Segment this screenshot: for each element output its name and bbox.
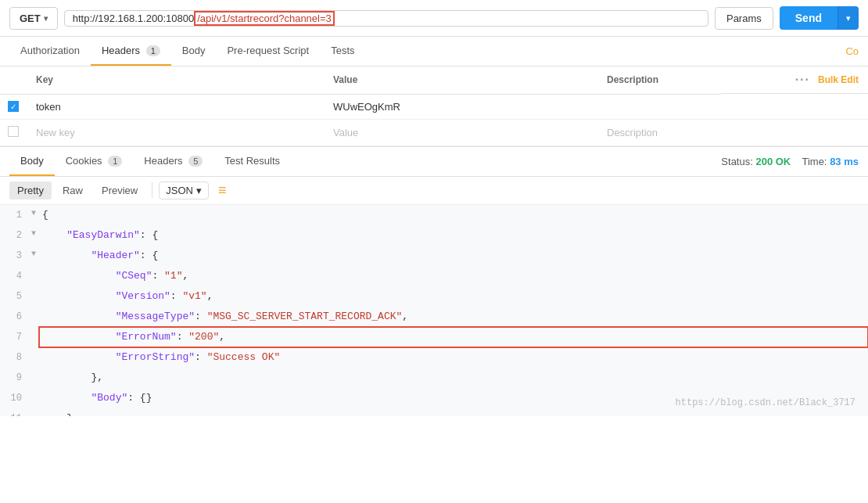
send-dropdown-button[interactable]: ▾: [838, 6, 859, 30]
top-bar: GET ▾ http://192.168.1.200:10800/api/v1/…: [0, 0, 868, 37]
time-value: 83 ms: [830, 156, 859, 167]
code-line-6: 6 "MessageType": "MSG_SC_SERVER_START_RE…: [0, 307, 868, 327]
col-value-header: Value: [325, 66, 599, 94]
send-button[interactable]: Send: [780, 6, 838, 30]
code-line-4: 4 "CSeq": "1",: [0, 266, 868, 286]
col-key-header: Key: [28, 66, 325, 94]
tab-authorization[interactable]: Authorization: [9, 37, 91, 66]
new-row-checkbox[interactable]: [0, 119, 28, 146]
resp-tab-test-results[interactable]: Test Results: [213, 147, 291, 176]
new-row-actions: [721, 119, 868, 146]
method-label: GET: [20, 13, 41, 24]
params-button[interactable]: Params: [715, 7, 773, 30]
co-link[interactable]: Co: [845, 45, 859, 57]
tab-headers[interactable]: Headers 1: [91, 37, 171, 66]
response-status: Status: 200 OK Time: 83 ms: [721, 156, 859, 167]
headers-badge: 1: [146, 45, 160, 56]
bulk-edit-button[interactable]: Bulk Edit: [818, 74, 859, 85]
more-options-icon[interactable]: ···: [795, 73, 810, 87]
response-section: Body Cookies 1 Headers 5 Test Results St…: [0, 146, 868, 416]
request-tabs: Authorization Headers 1 Body Pre-request…: [0, 37, 868, 66]
url-prefix: http://192.168.1.200:10800: [73, 13, 194, 24]
tab-tests[interactable]: Tests: [320, 37, 365, 66]
row-actions: [721, 94, 868, 119]
new-row-description[interactable]: Description: [599, 119, 721, 146]
response-tabs-bar: Body Cookies 1 Headers 5 Test Results St…: [0, 147, 868, 177]
tab-pre-request[interactable]: Pre-request Script: [216, 37, 320, 66]
send-button-group: Send ▾: [780, 6, 859, 30]
code-line-3: 3 ▼ "Header": {: [0, 246, 868, 266]
row-value[interactable]: WUwEOgKmR: [325, 94, 599, 119]
code-line-9: 9 },: [0, 368, 868, 388]
method-dropdown[interactable]: GET ▾: [9, 7, 58, 30]
format-pretty-button[interactable]: Pretty: [9, 181, 52, 199]
format-type-chevron-icon: ▾: [196, 185, 202, 196]
resp-headers-badge: 5: [188, 156, 203, 167]
col-actions-header: ··· Bulk Edit: [721, 66, 868, 94]
headers-table: Key Value Description ··· Bulk Edit ✓ to…: [0, 66, 868, 146]
format-divider: [152, 182, 152, 198]
row-description[interactable]: [599, 94, 721, 119]
format-type-dropdown[interactable]: JSON ▾: [159, 181, 209, 199]
resp-tab-headers[interactable]: Headers 5: [133, 147, 213, 176]
code-line-5: 5 "Version": "v1",: [0, 286, 868, 307]
code-line-11: 11 }: [0, 408, 868, 416]
resp-tab-body[interactable]: Body: [9, 147, 55, 176]
col-check-header: [0, 66, 28, 94]
format-preview-button[interactable]: Preview: [94, 181, 145, 199]
code-line-7: 7 "ErrorNum": "200",: [0, 327, 868, 347]
row-checkbox[interactable]: ✓: [0, 94, 28, 119]
tab-body[interactable]: Body: [171, 37, 217, 66]
col-desc-header: Description: [599, 66, 721, 94]
resp-tab-cookies[interactable]: Cookies 1: [55, 147, 134, 176]
wrap-icon[interactable]: ≡: [218, 182, 227, 199]
code-line-1: 1 ▼ {: [0, 205, 868, 225]
method-chevron-icon: ▾: [44, 14, 48, 23]
row-key[interactable]: token: [28, 94, 325, 119]
new-row-key[interactable]: New key: [28, 119, 325, 146]
format-raw-button[interactable]: Raw: [55, 181, 91, 199]
code-line-8: 8 "ErrorString": "Success OK": [0, 347, 868, 368]
table-row: ✓ token WUwEOgKmR: [0, 94, 868, 119]
format-bar: Pretty Raw Preview JSON ▾ ≡: [0, 177, 868, 205]
new-row-value[interactable]: Value: [325, 119, 599, 146]
url-highlight: /api/v1/startrecord?channel=3: [194, 11, 335, 26]
status-value: 200 OK: [755, 156, 791, 167]
code-viewer[interactable]: 1 ▼ { 2 ▼ "EasyDarwin": { 3 ▼ "Header": …: [0, 205, 868, 416]
code-line-2: 2 ▼ "EasyDarwin": {: [0, 225, 868, 246]
table-row-new: New key Value Description: [0, 119, 868, 146]
watermark: https://blog.csdn.net/Black_3717: [676, 397, 855, 408]
cookies-badge: 1: [108, 156, 122, 167]
